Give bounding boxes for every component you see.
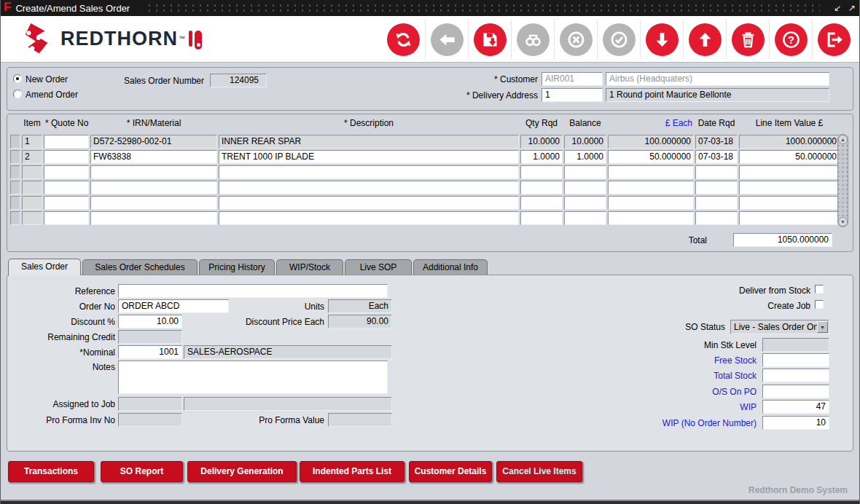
sales-order-number-field[interactable]: 124095 (210, 74, 267, 87)
cell-each[interactable]: 100.000000 (608, 135, 694, 149)
cell-item[interactable] (22, 211, 42, 225)
row-selector[interactable] (10, 165, 20, 179)
cell-irn-material[interactable] (90, 211, 217, 225)
cell-date-rqd[interactable] (695, 211, 738, 225)
nominal-code-field[interactable]: 1001 (118, 345, 182, 359)
cell-item[interactable] (22, 181, 42, 194)
cell-irn-material[interactable] (90, 196, 217, 210)
delivery-address-field[interactable]: 1 Round point Maurice Bellonte (606, 88, 829, 102)
cell-qty-rqd[interactable]: 10.0000 (520, 135, 563, 149)
discount-field[interactable]: 10.00 (118, 315, 182, 328)
help-button[interactable]: ? (769, 20, 812, 59)
tab-pricing-history[interactable]: Pricing History (199, 259, 275, 275)
cell-item[interactable] (22, 196, 42, 210)
free-stock-label[interactable]: Free Stock (634, 355, 757, 366)
cell-qty-rqd[interactable] (520, 165, 563, 179)
cell-quote-no[interactable] (44, 165, 89, 179)
cell-quote-no[interactable] (44, 150, 89, 164)
cell-description[interactable] (219, 211, 519, 225)
col-header-each[interactable]: £ Each (608, 118, 694, 128)
cell-qty-rqd[interactable] (520, 196, 563, 210)
row-selector[interactable] (10, 181, 20, 194)
cell-balance[interactable] (564, 181, 606, 194)
customer-details-button[interactable]: Customer Details (409, 461, 492, 482)
amend-order-radio[interactable] (13, 90, 22, 98)
cell-quote-no[interactable] (44, 211, 89, 225)
cell-date-rqd[interactable]: 07-03-18 (695, 150, 738, 164)
scroll-down-button[interactable] (640, 20, 683, 59)
transactions-button[interactable]: Transactions (8, 461, 94, 482)
cell-item[interactable] (22, 165, 42, 179)
free-stock-field[interactable] (762, 353, 829, 367)
cell-description[interactable] (219, 165, 519, 179)
scrollbar-track[interactable] (838, 144, 848, 217)
order-no-field[interactable]: ORDER ABCD (118, 299, 229, 313)
cell-qty-rqd[interactable] (520, 211, 563, 225)
save-button[interactable] (468, 20, 511, 59)
cell-item[interactable]: 1 (22, 135, 42, 149)
cell-balance[interactable] (564, 165, 606, 179)
cell-quote-no[interactable] (44, 181, 89, 194)
tab-live-sop[interactable]: Live SOP (345, 259, 412, 275)
cell-description[interactable] (219, 181, 519, 194)
row-selector[interactable] (10, 135, 20, 149)
cell-description[interactable]: TRENT 1000 IP BLADE (219, 150, 519, 164)
cell-date-rqd[interactable]: 07-03-18 (695, 135, 738, 149)
chevron-down-icon[interactable]: ▼ (817, 321, 828, 333)
tab-sales-order-schedules[interactable]: Sales Order Schedules (82, 259, 198, 275)
refresh-button[interactable] (382, 20, 425, 59)
grid-scrollbar[interactable]: ▲ ▼ (837, 134, 848, 227)
cell-each[interactable] (608, 181, 694, 194)
cell-balance[interactable] (564, 196, 606, 210)
cell-irn-material[interactable] (90, 181, 217, 194)
cell-each[interactable]: 50.000000 (608, 150, 694, 164)
os-on-po-field[interactable] (762, 385, 829, 398)
cell-line-item-value[interactable] (739, 181, 840, 194)
cell-irn-material[interactable] (90, 165, 217, 179)
row-selector[interactable] (10, 150, 20, 164)
reference-field[interactable] (118, 284, 388, 298)
cell-irn-material[interactable]: D572-52980-002-01 (90, 135, 217, 149)
row-selector[interactable] (10, 196, 20, 210)
cell-date-rqd[interactable] (695, 181, 738, 194)
wip-field[interactable]: 47 (762, 400, 829, 414)
delivery-generation-button[interactable]: Delivery Generation (187, 461, 297, 482)
wip-no-order-number-field[interactable]: 10 (762, 416, 829, 430)
wip-no-order-number-label[interactable]: WIP (No Order Number) (612, 418, 757, 428)
restore-window-icon[interactable]: ↙ (830, 3, 845, 13)
exit-button[interactable] (812, 20, 855, 59)
cell-date-rqd[interactable] (695, 165, 738, 179)
cell-item[interactable]: 2 (22, 150, 42, 164)
tab-wip-stock[interactable]: WIP/Stock (276, 259, 343, 275)
customer-code-field[interactable]: AIR001 (542, 72, 603, 86)
delivery-code-field[interactable]: 1 (542, 88, 603, 102)
cell-balance[interactable]: 10.0000 (564, 135, 606, 149)
wip-label[interactable]: WIP (634, 402, 757, 412)
cell-line-item-value[interactable] (739, 165, 840, 179)
cell-qty-rqd[interactable] (520, 181, 563, 194)
cell-date-rqd[interactable] (695, 196, 738, 210)
cell-line-item-value[interactable]: 1000.000000 (739, 135, 840, 149)
create-job-checkbox[interactable] (815, 300, 824, 309)
cell-line-item-value[interactable]: 50.000000 (739, 150, 840, 164)
scrollbar-down-icon[interactable]: ▼ (838, 217, 848, 227)
cell-quote-no[interactable] (44, 196, 89, 210)
cell-each[interactable] (608, 196, 694, 210)
customer-name-field[interactable]: Airbus (Headquaters) (606, 72, 829, 86)
cell-line-item-value[interactable] (739, 211, 840, 225)
so-status-dropdown[interactable]: Live - Sales Order Only ▼ (730, 320, 829, 334)
notes-field[interactable] (118, 361, 388, 394)
cell-line-item-value[interactable] (739, 196, 840, 210)
indented-parts-list-button[interactable]: Indented Parts List (300, 461, 404, 482)
cell-quote-no[interactable] (44, 135, 89, 149)
total-stock-label[interactable]: Total Stock (634, 371, 757, 381)
cell-each[interactable] (608, 165, 694, 179)
total-stock-field[interactable] (762, 369, 829, 382)
cell-irn-material[interactable]: FW63838 (90, 150, 217, 164)
delete-button[interactable] (726, 20, 769, 59)
cell-balance[interactable]: 1.0000 (564, 150, 606, 164)
scrollbar-up-icon[interactable]: ▲ (838, 135, 848, 144)
new-order-radio[interactable] (13, 74, 22, 83)
cell-description[interactable]: INNER REAR SPAR (219, 135, 519, 149)
row-selector[interactable] (10, 211, 20, 225)
